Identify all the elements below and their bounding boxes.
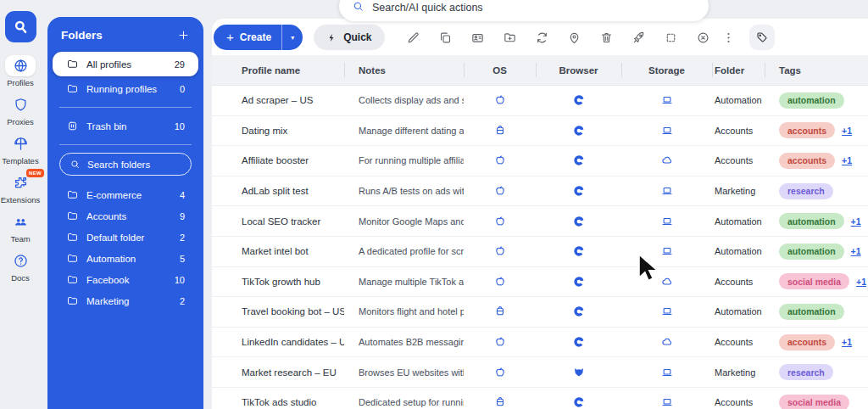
folder-item-all-profiles[interactable]: All profiles 29 xyxy=(53,52,198,76)
tag-pill[interactable]: social media xyxy=(779,395,849,409)
table-row[interactable]: Market intel bot A dedicated profile for… xyxy=(212,237,868,267)
rail-item-profiles[interactable]: Profiles xyxy=(0,55,41,87)
folder-cell: Accounts xyxy=(712,155,765,165)
folder-icon xyxy=(66,273,79,286)
toolbar-select-area-button[interactable] xyxy=(655,25,687,50)
column-header-browser[interactable]: Browser xyxy=(536,55,621,85)
browser-cell xyxy=(536,395,621,409)
folder-item-default-folder[interactable]: Default folder 2 xyxy=(58,227,193,248)
tag-pill[interactable]: automation xyxy=(779,213,844,229)
os-cell xyxy=(464,305,536,318)
folder-item-automation[interactable]: Automation 5 xyxy=(58,248,193,269)
profile-notes: Dedicated setup for runnin... xyxy=(359,397,464,407)
toolbar-duplicate-button[interactable] xyxy=(430,25,462,50)
tag-pill[interactable]: accounts xyxy=(779,153,835,169)
macos-icon xyxy=(493,93,507,107)
column-header-os[interactable]: OS xyxy=(464,55,536,85)
rail-item-extensions[interactable]: NEW Extensions xyxy=(0,172,41,204)
rail-item-templates[interactable]: Templates xyxy=(0,133,41,165)
more-tags-link[interactable]: +1 xyxy=(842,337,852,347)
folder-item-count: 4 xyxy=(180,190,185,200)
more-tags-link[interactable]: +1 xyxy=(851,216,861,227)
storage-cell xyxy=(621,154,712,167)
tag-pill[interactable]: accounts xyxy=(779,334,835,350)
table-row[interactable]: Market research – EU Browses EU websites… xyxy=(212,357,868,388)
tags-cell: automation +1 xyxy=(765,213,868,229)
table-row[interactable]: Travel booking bot – US Monitors flight … xyxy=(212,297,868,328)
toolbar-delete-button[interactable] xyxy=(591,25,623,50)
folder-item-facebook[interactable]: Facebook 10 xyxy=(58,269,193,290)
tag-pill[interactable]: social media xyxy=(779,273,849,289)
os-cell xyxy=(464,154,536,167)
table-row[interactable]: LinkedIn candidates – UK Automates B2B m… xyxy=(212,328,868,358)
column-header-profile-name[interactable]: Profile name xyxy=(212,55,344,85)
folder-item-running-profiles[interactable]: Running profiles 0 xyxy=(58,78,193,99)
rail-item-proxies[interactable]: Proxies xyxy=(0,94,41,126)
table-row[interactable]: AdLab split test Runs A/B tests on ads w… xyxy=(212,176,868,207)
table-row[interactable]: Dating mix Manage different dating a... … xyxy=(212,116,868,147)
os-cell xyxy=(464,335,536,349)
browser-cell xyxy=(536,335,621,349)
tag-pill[interactable]: automation xyxy=(779,92,844,109)
profile-folder: Automation xyxy=(715,246,762,256)
table-row[interactable]: Affiliate booster For running multiple a… xyxy=(212,146,868,176)
create-button[interactable]: + Create ▾ xyxy=(214,25,303,50)
add-folder-button[interactable] xyxy=(177,29,190,42)
folder-item-e-commerce[interactable]: E-commerce 4 xyxy=(58,184,193,205)
table-row[interactable]: Ad scraper – US Collects display ads and… xyxy=(212,86,868,116)
folder-icon xyxy=(66,58,79,70)
tag-pill[interactable]: automation xyxy=(779,304,844,320)
column-header-notes[interactable]: Notes xyxy=(344,55,464,85)
more-tags-link[interactable]: +1 xyxy=(842,126,852,136)
folder-search-input[interactable]: Search folders xyxy=(59,153,192,176)
toolbar-profile-card-button[interactable] xyxy=(462,25,494,50)
tag-pill[interactable]: accounts xyxy=(779,122,835,138)
table-row[interactable]: TikTok growth hub Manage multiple TikTok… xyxy=(212,267,868,298)
more-tags-link[interactable]: +1 xyxy=(851,246,861,256)
column-header-storage[interactable]: Storage xyxy=(621,55,712,85)
more-tags-link[interactable]: +1 xyxy=(842,155,852,165)
mimic-browser-icon xyxy=(572,275,586,289)
notes-cell: For running multiple affiliat... xyxy=(344,155,464,165)
macos-icon xyxy=(493,154,507,167)
manage-tags-button[interactable] xyxy=(749,25,775,50)
cloud-storage-icon xyxy=(660,154,674,167)
close-icon xyxy=(696,31,710,45)
folder-cell: Automation xyxy=(712,306,765,317)
folder-item-accounts[interactable]: Accounts 9 xyxy=(58,205,193,227)
table-row[interactable]: Local SEO tracker Monitor Google Maps an… xyxy=(212,206,868,237)
local-storage-icon xyxy=(660,184,674,198)
folder-item-trash-bin[interactable]: Trash bin 10 xyxy=(58,115,193,137)
profile-folder: Accounts xyxy=(715,126,753,136)
folder-cell: Marketing xyxy=(712,186,765,196)
column-header-folder[interactable]: Folder xyxy=(712,55,765,85)
tag-pill[interactable]: research xyxy=(779,183,833,199)
toolbar-edit-button[interactable] xyxy=(398,25,430,50)
storage-cell xyxy=(621,215,712,228)
rail-item-docs[interactable]: Docs xyxy=(0,250,41,283)
divider xyxy=(59,144,192,145)
tag-pill[interactable]: automation xyxy=(779,244,844,260)
quick-button[interactable]: Quick xyxy=(314,25,384,50)
profile-name: Dating mix xyxy=(242,126,287,136)
folder-item-marketing[interactable]: Marketing 2 xyxy=(58,290,193,311)
app-logo[interactable] xyxy=(5,11,36,42)
toolbar-move-to-folder-button[interactable] xyxy=(494,25,526,50)
tag-pill[interactable]: research xyxy=(779,364,833,380)
local-storage-icon xyxy=(660,366,674,379)
global-search-input[interactable]: Search/AI quick actions xyxy=(339,0,709,21)
table-row[interactable]: TikTok ads studio Dedicated setup for ru… xyxy=(212,388,868,409)
column-header-tags[interactable]: Tags xyxy=(765,55,868,85)
local-storage-icon xyxy=(660,124,674,137)
toolbar-launch-button[interactable] xyxy=(623,25,655,50)
select-area-icon xyxy=(664,31,678,45)
rail-item-team[interactable]: Team xyxy=(0,211,41,244)
toolbar-proxy-pin-button[interactable] xyxy=(559,25,591,50)
toolbar-refresh-button[interactable] xyxy=(526,25,559,50)
more-tags-link[interactable]: +1 xyxy=(856,277,866,287)
toolbar-more-button[interactable] xyxy=(720,25,738,50)
create-dropdown-caret[interactable]: ▾ xyxy=(281,25,303,50)
lightning-icon xyxy=(326,32,337,43)
toolbar-close-button[interactable] xyxy=(687,25,720,50)
folder-item-count: 2 xyxy=(180,296,185,306)
